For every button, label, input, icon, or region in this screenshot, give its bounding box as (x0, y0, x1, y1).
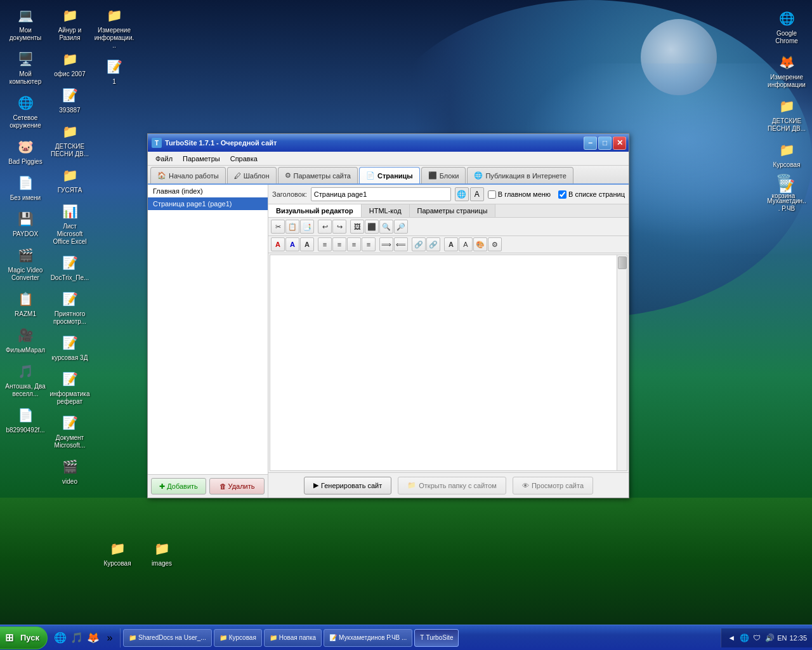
ql-expand-icon[interactable]: » (102, 630, 117, 646)
tab-pages[interactable]: 📄 Страницы (359, 167, 420, 183)
redo-button[interactable]: ↪ (332, 220, 346, 234)
page-item-index[interactable]: Главная (index) (148, 185, 268, 197)
tab-template[interactable]: 🖊 Шаблон (227, 167, 277, 183)
tab-blocks[interactable]: ⬛ Блоки (421, 167, 466, 183)
desktop-icon-b829[interactable]: 📄 b82990492f... (3, 403, 48, 436)
scrollbar-thumb[interactable] (618, 256, 627, 269)
menu-help[interactable]: Справка (225, 154, 263, 164)
tab-publish[interactable]: 🌐 Публикация в Интернете (467, 167, 573, 183)
taskbar-kursovaya[interactable]: 📁 Курсовая (214, 629, 262, 647)
desktop-icon-kursovaya-3d[interactable]: 📝 курсовая 3Д (48, 331, 92, 364)
paint-button[interactable]: 🎨 (473, 237, 487, 251)
tray-network-icon[interactable]: 🌐 (739, 633, 749, 643)
insert-table-button[interactable]: ⬛ (365, 220, 379, 234)
font-icon-btn[interactable]: A (470, 187, 484, 201)
link-button[interactable]: 🔗 (412, 237, 426, 251)
editor-tab-params[interactable]: Параметры страницы (410, 204, 496, 217)
desktop-icon-paydox[interactable]: 💾 PAYDOX (3, 207, 48, 240)
editor-scrollbar[interactable] (617, 255, 627, 470)
desktop-icon-film-maral[interactable]: 🎥 ФильмМарал (3, 323, 48, 356)
ql-firefox-icon[interactable]: 🦊 (86, 630, 101, 646)
source-button[interactable]: ⚙ (488, 237, 502, 251)
desktop-icon-prijatnogo[interactable]: 📝 Приятного просмотр... (48, 287, 92, 328)
outdent-button[interactable]: ⟸ (394, 237, 408, 251)
align-right-button[interactable]: ≡ (347, 237, 361, 251)
desktop-icon-kursovaya-desktop[interactable]: 📁 Курсовая (95, 536, 140, 569)
font-color-blue-button[interactable]: A (285, 237, 299, 251)
pages-list-checkbox-label[interactable]: В списке страниц (558, 190, 625, 199)
page-item-page1[interactable]: Страница page1 (page1) (148, 197, 268, 210)
generate-button[interactable]: ▶ Генерировать сайт (304, 477, 391, 494)
taskbar-mukhamet[interactable]: 📝 Мукхаметдинов Р.ЧВ ... (324, 629, 412, 647)
unlink-button[interactable]: 🔗 (426, 237, 440, 251)
desktop-icon-393887[interactable]: 📝 393887 (48, 83, 92, 116)
desktop-icon-document-ms[interactable]: 📝 Документ Microsoft... (48, 411, 92, 451)
undo-button[interactable]: ↩ (318, 220, 332, 234)
indent-button[interactable]: ⟹ (379, 237, 393, 251)
desktop-icon-doctrix[interactable]: 📝 DocTrix_Пе... (48, 251, 92, 284)
start-button[interactable]: ⊞ Пуск (0, 627, 48, 649)
highlight-button[interactable]: A (459, 237, 473, 251)
minimize-button[interactable]: − (584, 136, 597, 150)
desktop-icon-network[interactable]: 🌐 Сетевое окружение (3, 91, 48, 131)
tab-site-params[interactable]: ⚙ Параметры сайта (278, 167, 358, 183)
add-page-button[interactable]: ✚ Добавить (151, 478, 206, 494)
zoom-in-button[interactable]: 🔍 (379, 220, 393, 234)
desktop-icon-video[interactable]: 🎬 video (48, 454, 92, 488)
open-folder-button[interactable]: 📁 Открыть папку с сайтом (398, 477, 506, 494)
tab-start[interactable]: 🏠 Начало работы (150, 167, 226, 183)
desktop-icon-one[interactable]: 📝 1 (92, 55, 136, 88)
desktop-icon-ainur[interactable]: 📁 Айнур и Разиля (48, 3, 92, 44)
copy-button[interactable]: 📋 (285, 220, 299, 234)
cut-button[interactable]: ✂ (271, 220, 285, 234)
desktop-icon-magic-video[interactable]: 🎬 Magic Video Converter (3, 243, 48, 284)
translate-icon-btn[interactable]: 🌐 (455, 187, 469, 201)
menu-params[interactable]: Параметры (178, 154, 225, 164)
header-input[interactable] (311, 187, 451, 201)
editor-content[interactable] (270, 255, 627, 471)
desktop-icon-images[interactable]: 📁 images (140, 536, 184, 569)
tray-security-icon[interactable]: 🛡 (752, 633, 762, 643)
desktop-icon-google-chrome[interactable]: 🌐 Google Chrome (764, 6, 809, 47)
ql-ie-icon[interactable]: 🌐 (53, 630, 68, 646)
desktop-icon-izmerenie2[interactable]: 📁 Измерение информации... (92, 3, 136, 51)
insert-image-button[interactable]: 🖼 (350, 220, 364, 234)
text-color-button[interactable]: A (444, 237, 458, 251)
desktop-icon-list-excel[interactable]: 📊 Лист Microsoft Office Excel (48, 199, 92, 248)
desktop-icon-gusyata[interactable]: 📁 ГУСЯТА (48, 163, 92, 196)
preview-button[interactable]: 👁 Просмотр сайта (513, 477, 593, 494)
editor-tab-visual[interactable]: Визуальный редактор (268, 204, 362, 217)
paste-button[interactable]: 📑 (300, 220, 314, 234)
main-menu-checkbox[interactable] (488, 190, 496, 199)
font-size-button[interactable]: A (300, 237, 314, 251)
close-button[interactable]: ✕ (613, 136, 626, 150)
menu-file[interactable]: Файл (150, 154, 178, 164)
ql-media-icon[interactable]: 🎵 (69, 630, 84, 646)
desktop-icon-korzina[interactable]: 🗑️ корзина (761, 169, 806, 202)
zoom-out-button[interactable]: 🔎 (394, 220, 408, 234)
align-justify-button[interactable]: ≡ (362, 237, 376, 251)
desktop-icon-razm1[interactable]: 📋 RAZM1 (3, 287, 48, 320)
font-color-red-button[interactable]: A (271, 237, 285, 251)
taskbar-shareddocs[interactable]: 📁 SharedDocs на User_... (123, 629, 212, 647)
desktop-icon-no-name[interactable]: 📄 Без имени (3, 171, 48, 204)
taskbar-new-folder[interactable]: 📁 Новая папка (264, 629, 322, 647)
desktop-icon-antoshka[interactable]: 🎵 Антошка, Два веселл... (3, 359, 48, 400)
pages-list-checkbox[interactable] (558, 190, 566, 199)
desktop-icon-detskie[interactable]: 📁 ДЕТСКИЕ ПЕСНИ ДВ... (48, 119, 92, 160)
desktop-icon-kursovaya-r[interactable]: 📁 Курсовая (764, 138, 809, 171)
desktop-icon-my-computer[interactable]: 🖥️ Мой компьютер (3, 47, 48, 88)
desktop-icon-bad-piggies[interactable]: 🐷 Bad Piggies (3, 135, 48, 168)
desktop-icon-izmerenie-info[interactable]: 🦊 Измерение информации (764, 50, 809, 91)
desktop-icon-detskie-r[interactable]: 📁 ДЕТСКИЕ ПЕСНИ ДВ... (764, 94, 809, 135)
desktop-icon-my-documents[interactable]: 💻 Мои документы (3, 3, 48, 44)
delete-page-button[interactable]: 🗑 Удалить (209, 478, 265, 494)
tray-volume-icon[interactable]: 🔊 (764, 633, 775, 643)
taskbar-turbosite[interactable]: T TurboSite (414, 629, 459, 647)
desktop-icon-ofis2007[interactable]: 📁 офис 2007 (48, 47, 92, 80)
align-left-button[interactable]: ≡ (318, 237, 332, 251)
align-center-button[interactable]: ≡ (332, 237, 346, 251)
desktop-icon-informatika[interactable]: 📝 информатика реферат (48, 367, 92, 408)
editor-tab-html[interactable]: HTML-код (362, 204, 410, 217)
maximize-button[interactable]: □ (598, 136, 612, 150)
